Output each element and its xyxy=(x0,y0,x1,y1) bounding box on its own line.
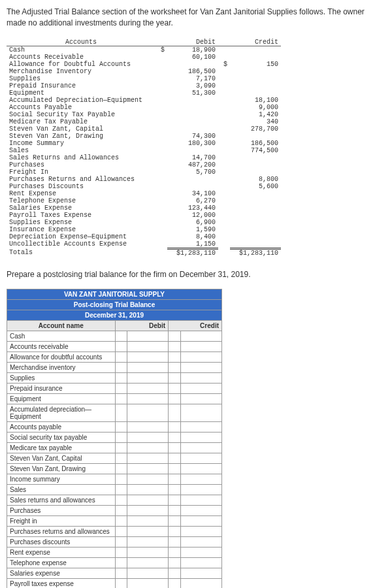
pc-debit-dollar-cell[interactable] xyxy=(115,404,127,421)
adj-debit-value: 186,500 xyxy=(167,68,218,75)
pc-credit-dollar-cell[interactable] xyxy=(168,526,180,536)
pc-credit-cell[interactable] xyxy=(180,383,221,393)
pc-credit-dollar-cell[interactable] xyxy=(168,547,180,557)
pc-credit-cell[interactable] xyxy=(180,557,221,568)
pc-debit-dollar-cell[interactable] xyxy=(115,536,127,547)
pc-credit-cell[interactable] xyxy=(180,578,221,588)
pc-debit-cell[interactable] xyxy=(127,463,169,474)
pc-credit-dollar-cell[interactable] xyxy=(168,421,180,432)
pc-debit-cell[interactable] xyxy=(127,372,169,383)
pc-credit-dollar-cell[interactable] xyxy=(168,505,180,515)
pc-credit-cell[interactable] xyxy=(180,442,221,453)
pc-credit-cell[interactable] xyxy=(180,453,221,463)
pc-debit-dollar-cell[interactable] xyxy=(115,484,127,495)
pc-debit-dollar-cell[interactable] xyxy=(115,505,127,515)
pc-debit-cell[interactable] xyxy=(127,505,169,515)
pc-debit-cell[interactable] xyxy=(127,442,169,453)
pc-credit-dollar-cell[interactable] xyxy=(168,557,180,568)
pc-debit-dollar-cell[interactable] xyxy=(115,393,127,404)
pc-debit-dollar-cell[interactable] xyxy=(115,351,127,362)
pc-credit-cell[interactable] xyxy=(180,515,221,526)
pc-debit-dollar-cell[interactable] xyxy=(115,383,127,393)
pc-credit-dollar-cell[interactable] xyxy=(168,484,180,495)
pc-debit-dollar-cell[interactable] xyxy=(115,372,127,383)
pc-credit-cell[interactable] xyxy=(180,331,221,341)
pc-credit-dollar-cell[interactable] xyxy=(168,463,180,474)
pc-credit-dollar-cell[interactable] xyxy=(168,393,180,404)
pc-debit-cell[interactable] xyxy=(127,453,169,463)
pc-debit-dollar-cell[interactable] xyxy=(115,495,127,505)
pc-debit-cell[interactable] xyxy=(127,536,169,547)
pc-credit-dollar-cell[interactable] xyxy=(168,495,180,505)
pc-debit-cell[interactable] xyxy=(127,547,169,557)
pc-debit-dollar-cell[interactable] xyxy=(115,547,127,557)
pc-debit-dollar-cell[interactable] xyxy=(115,474,127,484)
pc-credit-cell[interactable] xyxy=(180,568,221,578)
pc-debit-dollar-cell[interactable] xyxy=(115,362,127,372)
pc-debit-dollar-cell[interactable] xyxy=(115,341,127,351)
pc-debit-dollar-cell[interactable] xyxy=(115,442,127,453)
pc-credit-cell[interactable] xyxy=(180,474,221,484)
pc-debit-cell[interactable] xyxy=(127,383,169,393)
adj-totals-row: Totals $1,283,110 $1,283,110 xyxy=(7,248,281,257)
pc-credit-cell[interactable] xyxy=(180,341,221,351)
pc-debit-cell[interactable] xyxy=(127,515,169,526)
pc-credit-dollar-cell[interactable] xyxy=(168,442,180,453)
pc-credit-dollar-cell[interactable] xyxy=(168,331,180,341)
pc-credit-cell[interactable] xyxy=(180,547,221,557)
pc-debit-cell[interactable] xyxy=(127,495,169,505)
pc-debit-cell[interactable] xyxy=(127,484,169,495)
pc-debit-dollar-cell[interactable] xyxy=(115,557,127,568)
pc-credit-dollar-cell[interactable] xyxy=(168,351,180,362)
pc-credit-cell[interactable] xyxy=(180,505,221,515)
pc-credit-cell[interactable] xyxy=(180,536,221,547)
pc-debit-cell[interactable] xyxy=(127,331,169,341)
pc-credit-cell[interactable] xyxy=(180,393,221,404)
pc-account-name: Social security tax payable xyxy=(7,432,116,442)
pc-debit-dollar-cell[interactable] xyxy=(115,578,127,588)
pc-debit-cell[interactable] xyxy=(127,432,169,442)
pc-debit-cell[interactable] xyxy=(127,557,169,568)
pc-credit-dollar-cell[interactable] xyxy=(168,432,180,442)
pc-credit-cell[interactable] xyxy=(180,432,221,442)
pc-credit-dollar-cell[interactable] xyxy=(168,515,180,526)
pc-debit-dollar-cell[interactable] xyxy=(115,568,127,578)
pc-credit-cell[interactable] xyxy=(180,351,221,362)
pc-debit-dollar-cell[interactable] xyxy=(115,453,127,463)
pc-credit-cell[interactable] xyxy=(180,484,221,495)
pc-credit-dollar-cell[interactable] xyxy=(168,362,180,372)
pc-credit-dollar-cell[interactable] xyxy=(168,372,180,383)
pc-credit-dollar-cell[interactable] xyxy=(168,568,180,578)
pc-debit-cell[interactable] xyxy=(127,341,169,351)
pc-debit-cell[interactable] xyxy=(127,568,169,578)
pc-debit-dollar-cell[interactable] xyxy=(115,515,127,526)
pc-debit-dollar-cell[interactable] xyxy=(115,463,127,474)
pc-credit-cell[interactable] xyxy=(180,372,221,383)
pc-debit-dollar-cell[interactable] xyxy=(115,421,127,432)
pc-debit-cell[interactable] xyxy=(127,421,169,432)
pc-credit-cell[interactable] xyxy=(180,362,221,372)
pc-credit-dollar-cell[interactable] xyxy=(168,474,180,484)
pc-credit-dollar-cell[interactable] xyxy=(168,578,180,588)
pc-debit-cell[interactable] xyxy=(127,578,169,588)
pc-debit-cell[interactable] xyxy=(127,526,169,536)
pc-credit-dollar-cell[interactable] xyxy=(168,341,180,351)
pc-debit-cell[interactable] xyxy=(127,362,169,372)
pc-debit-cell[interactable] xyxy=(127,351,169,362)
pc-debit-dollar-cell[interactable] xyxy=(115,331,127,341)
pc-credit-cell[interactable] xyxy=(180,404,221,421)
pc-debit-cell[interactable] xyxy=(127,393,169,404)
pc-row: Accounts payable xyxy=(7,421,222,432)
pc-debit-dollar-cell[interactable] xyxy=(115,526,127,536)
pc-credit-dollar-cell[interactable] xyxy=(168,453,180,463)
pc-credit-cell[interactable] xyxy=(180,421,221,432)
pc-credit-cell[interactable] xyxy=(180,526,221,536)
pc-credit-cell[interactable] xyxy=(180,495,221,505)
pc-credit-dollar-cell[interactable] xyxy=(168,404,180,421)
pc-credit-dollar-cell[interactable] xyxy=(168,383,180,393)
pc-credit-cell[interactable] xyxy=(180,463,221,474)
pc-debit-cell[interactable] xyxy=(127,474,169,484)
pc-debit-dollar-cell[interactable] xyxy=(115,432,127,442)
pc-debit-cell[interactable] xyxy=(127,404,169,421)
pc-credit-dollar-cell[interactable] xyxy=(168,536,180,547)
